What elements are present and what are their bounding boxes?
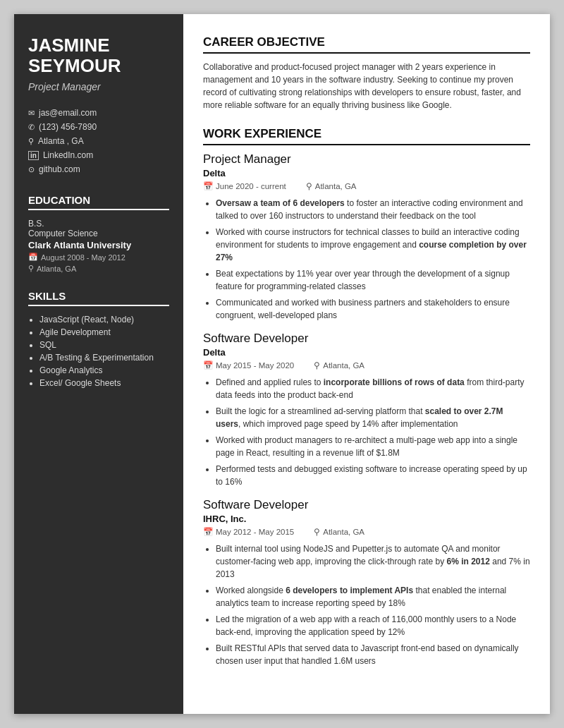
location-icon: ⚲ [314, 527, 320, 537]
list-item: A/B Testing & Experimentation [39, 353, 169, 363]
skills-list: JavaScript (React, Node) Agile Developme… [28, 315, 169, 388]
skills-title: SKILLS [28, 290, 169, 306]
company-3: IHRC, Inc. [203, 514, 530, 524]
list-item: Worked with course instructors for techn… [216, 226, 530, 264]
edu-field: Computer Science [28, 229, 169, 238]
location-pin-icon: ⚲ [28, 264, 34, 273]
job-location-3: ⚲ Atlanta, GA [314, 527, 364, 537]
list-item: Communicated and worked with business pa… [216, 296, 530, 322]
list-item: Defined and applied rules to incorporate… [216, 376, 530, 401]
work-experience-section: WORK EXPERIENCE Project Manager Delta 📅 … [203, 127, 530, 667]
list-item: Google Analytics [39, 365, 169, 375]
list-item: Built the logic for a streamlined ad-ser… [216, 405, 530, 430]
job-location-2: ⚲ Atlanta, GA [314, 360, 364, 370]
contact-email: ✉ jas@email.com [28, 108, 169, 118]
list-item: Excel/ Google Sheets [39, 378, 169, 388]
work-experience-title: WORK EXPERIENCE [203, 127, 530, 145]
company-2: Delta [203, 347, 530, 358]
job-meta-2: 📅 May 2015 - May 2020 ⚲ Atlanta, GA [203, 360, 530, 370]
sidebar: JASMINE SEYMOUR Project Manager ✉ jas@em… [14, 14, 183, 714]
last-name: SEYMOUR [28, 55, 121, 76]
list-item: JavaScript (React, Node) [39, 315, 169, 324]
list-item: Agile Development [39, 327, 169, 337]
location-icon: ⚲ [306, 181, 312, 191]
email-icon: ✉ [28, 109, 35, 118]
github-icon: ⊙ [28, 165, 35, 174]
job-title-1: Project Manager [203, 152, 530, 166]
candidate-name: JASMINE SEYMOUR [28, 35, 169, 75]
job-meta-3: 📅 May 2012 - May 2015 ⚲ Atlanta, GA [203, 527, 530, 537]
list-item: Built internal tool using NodeJS and Pup… [216, 542, 530, 581]
education-title: EDUCATION [28, 194, 169, 210]
job-location-1: ⚲ Atlanta, GA [306, 181, 357, 191]
edu-dates: 📅 August 2008 - May 2012 [28, 253, 169, 262]
calendar-icon: 📅 [203, 181, 213, 191]
education-section: EDUCATION B.S. Computer Science Clark At… [28, 194, 169, 273]
main-content: CAREER OBJECTIVE Collaborative and produ… [183, 14, 550, 714]
contact-location: ⚲ Atlanta , GA [28, 136, 169, 146]
job-bullets-1: Oversaw a team of 6 developers to foster… [203, 197, 530, 322]
edu-degree: B.S. [28, 219, 169, 229]
job-block-3: Software Developer IHRC, Inc. 📅 May 2012… [203, 498, 530, 667]
career-objective-section: CAREER OBJECTIVE Collaborative and produ… [203, 35, 530, 111]
list-item: Beat expectations by 11% year over year … [216, 267, 530, 293]
job-title-2: Software Developer [203, 332, 530, 346]
contact-linkedin[interactable]: in LinkedIn.com [28, 150, 169, 160]
location-icon: ⚲ [28, 137, 34, 146]
resume-container: JASMINE SEYMOUR Project Manager ✉ jas@em… [14, 14, 550, 714]
location-icon: ⚲ [314, 360, 320, 370]
job-block-2: Software Developer Delta 📅 May 2015 - Ma… [203, 332, 530, 488]
calendar-icon: 📅 [28, 253, 38, 262]
career-objective-text: Collaborative and product-focused projec… [203, 61, 530, 111]
job-bullets-2: Defined and applied rules to incorporate… [203, 376, 530, 488]
edu-school: Clark Atlanta University [28, 240, 169, 250]
list-item: Led the migration of a web app with a re… [216, 613, 530, 638]
linkedin-icon: in [28, 151, 39, 160]
job-meta-1: 📅 June 2020 - current ⚲ Atlanta, GA [203, 181, 530, 191]
edu-location: ⚲ Atlanta, GA [28, 264, 169, 273]
contact-phone: ✆ (123) 456-7890 [28, 122, 169, 132]
skills-section: SKILLS JavaScript (React, Node) Agile De… [28, 290, 169, 388]
contact-list: ✉ jas@email.com ✆ (123) 456-7890 ⚲ Atlan… [28, 108, 169, 174]
phone-icon: ✆ [28, 123, 35, 132]
candidate-title: Project Manager [28, 81, 169, 92]
list-item: Worked alongside 6 developers to impleme… [216, 584, 530, 609]
first-name: JASMINE [28, 35, 110, 56]
contact-github[interactable]: ⊙ github.com [28, 164, 169, 174]
job-dates-3: 📅 May 2012 - May 2015 [203, 527, 294, 537]
company-1: Delta [203, 168, 530, 178]
job-dates-2: 📅 May 2015 - May 2020 [203, 360, 294, 370]
list-item: SQL [39, 340, 169, 350]
job-dates-1: 📅 June 2020 - current [203, 181, 286, 191]
job-bullets-3: Built internal tool using NodeJS and Pup… [203, 542, 530, 667]
list-item: Performed tests and debugged existing so… [216, 463, 530, 488]
list-item: Built RESTful APIs that served data to J… [216, 642, 530, 667]
list-item: Worked with product managers to re-archi… [216, 434, 530, 459]
list-item: Oversaw a team of 6 developers to foster… [216, 197, 530, 222]
job-block-1: Project Manager Delta 📅 June 2020 - curr… [203, 152, 530, 322]
job-title-3: Software Developer [203, 498, 530, 512]
calendar-icon: 📅 [203, 360, 213, 370]
calendar-icon: 📅 [203, 527, 213, 537]
career-objective-title: CAREER OBJECTIVE [203, 35, 530, 54]
